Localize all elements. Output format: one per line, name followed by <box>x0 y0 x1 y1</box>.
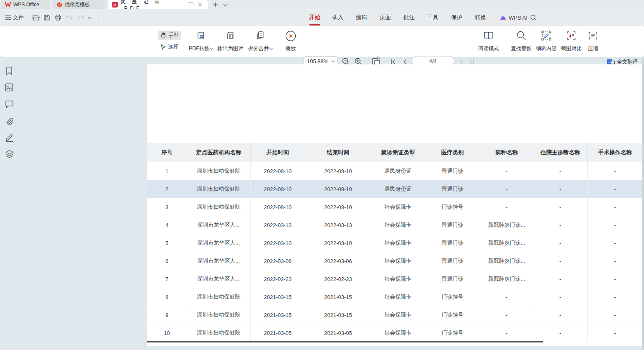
table-row[interactable]: 7深圳市龙华区人...2022-02-232022-02-23社会保障卡普通门诊… <box>147 270 642 288</box>
table-cell: 2022-08-10 <box>251 198 305 216</box>
play-icon <box>285 31 296 41</box>
comments-panel-icon[interactable] <box>5 100 14 110</box>
select-tool-button[interactable]: 选择 <box>158 42 180 51</box>
table-cell: 门诊挂号 <box>425 306 480 324</box>
play-button[interactable]: 播放 <box>282 31 299 52</box>
edit-content-icon <box>541 31 552 41</box>
menu-tab-6[interactable]: 保护 <box>451 14 462 22</box>
table-cell: - <box>588 324 642 342</box>
new-tab-icon[interactable] <box>211 1 219 8</box>
edit-content-button[interactable]: 编辑内容 <box>534 31 558 52</box>
tab-docer-templates[interactable]: 找稻壳模板 <box>53 0 105 9</box>
table-cell: 深圳市妇幼保健院 <box>187 162 251 180</box>
table-cell: 9 <box>147 306 187 324</box>
table-cell: 2022-08-10 <box>305 180 371 198</box>
page-number-value: 4/4 <box>429 58 436 64</box>
menu-search-icon[interactable] <box>530 13 537 22</box>
wps-ai-button[interactable]: WPS AI <box>499 13 527 22</box>
table-row[interactable]: 5深圳市龙华区人...2022-03-102022-03-10社会保障卡普通门诊… <box>147 234 642 252</box>
menu-tab-1[interactable]: 插入 <box>332 14 343 22</box>
cursor-icon <box>160 44 166 50</box>
table-cell: 2022-08-10 <box>305 162 371 180</box>
tab-document-pdf[interactable]: P 就 医 记 录 .PDF <box>108 0 208 9</box>
undo-icon[interactable] <box>66 13 72 22</box>
pdf-file-icon: P <box>112 2 118 8</box>
table-row[interactable]: 10深圳市妇幼保健院2021-03-052021-03-05社会保障卡门诊挂号-… <box>147 324 642 342</box>
table-cell: 2021-03-15 <box>305 288 371 306</box>
export-image-icon <box>226 31 236 41</box>
split-merge-button[interactable]: 拆分合并 <box>246 31 275 52</box>
column-header: 就诊凭证类型 <box>371 143 425 162</box>
table-row[interactable]: 4深圳市龙华区人...2022-03-132022-03-13社会保障卡普通门诊… <box>147 216 642 234</box>
tab-wps-home[interactable]: WPS Office <box>1 0 50 9</box>
screenshot-compare-button[interactable]: 截图对比 <box>559 31 583 52</box>
table-header-row: 序号定点医药机构名称开始时间结束时间就诊凭证类型医疗类别病种名称住院主诊断名称手… <box>147 143 642 162</box>
table-cell: 深圳市妇幼保健院 <box>187 288 251 306</box>
zoom-level-value: 105.88% <box>307 58 328 64</box>
window-tab-bar: WPS Office 找稻壳模板 P 就 医 记 录 .PDF <box>0 0 644 9</box>
thumbnails-panel-icon[interactable] <box>5 83 14 92</box>
table-cell: - <box>480 162 533 180</box>
menu-tab-3[interactable]: 页面 <box>380 14 391 22</box>
table-cell: 7 <box>147 270 187 288</box>
menu-tab-7[interactable]: 转换 <box>475 14 486 22</box>
export-image-label: 输出为图片 <box>218 45 244 52</box>
save-icon[interactable] <box>44 13 50 22</box>
hand-tool-button[interactable]: 手型 <box>158 31 181 40</box>
table-row[interactable]: 6深圳市龙华区人...2022-03-062022-03-06社会保障卡普通门诊… <box>147 252 642 270</box>
print-icon[interactable] <box>55 13 61 22</box>
redo-icon[interactable] <box>78 13 84 22</box>
table-row[interactable]: 1深圳市妇幼保健院2022-08-102022-08-10居民身份证普通门诊--… <box>147 162 642 180</box>
table-row[interactable]: 3深圳市妇幼保健院2022-08-102022-08-10社会保障卡门诊挂号--… <box>147 198 642 216</box>
table-cell: 普通门诊 <box>425 180 480 198</box>
bookmarks-panel-icon[interactable] <box>5 66 14 76</box>
wps-ai-label: WPS AI <box>509 15 527 21</box>
attachments-panel-icon[interactable] <box>5 117 14 126</box>
table-cell: 2022-02-23 <box>305 270 371 288</box>
table-cell: 深圳市龙华区人... <box>187 270 251 288</box>
table-cell: 2022-03-10 <box>251 234 305 252</box>
table-cell: 10 <box>147 324 187 342</box>
table-cell: - <box>533 270 588 288</box>
menu-tab-2[interactable]: 编辑 <box>356 14 367 22</box>
menu-tab-5[interactable]: 工具 <box>427 14 439 22</box>
monitor-icon[interactable] <box>187 1 194 8</box>
table-cell: - <box>533 216 588 234</box>
book-icon <box>483 31 494 41</box>
quickbar-chevron-icon[interactable] <box>89 13 91 22</box>
read-mode-button[interactable]: 阅读模式 <box>477 31 501 52</box>
vertical-scrollbar[interactable] <box>642 59 644 350</box>
table-cell: 2022-02-23 <box>251 270 305 288</box>
split-merge-label: 拆分合并 <box>248 45 269 52</box>
signature-panel-icon[interactable] <box>5 133 14 142</box>
menu-tab-4[interactable]: 批注 <box>403 14 415 22</box>
table-cell: 8 <box>147 288 187 306</box>
compress-button[interactable]: 压缩 <box>584 31 602 52</box>
file-menu-button[interactable]: 文件 <box>5 13 24 22</box>
layers-panel-icon[interactable] <box>5 150 14 159</box>
close-icon[interactable] <box>197 1 204 8</box>
column-header: 住院主诊断名称 <box>533 143 588 162</box>
column-header: 序号 <box>147 143 187 162</box>
table-cell: - <box>588 180 642 198</box>
find-replace-button[interactable]: 查找替换 <box>509 31 533 52</box>
open-file-icon[interactable] <box>33 13 40 22</box>
table-row[interactable]: 8深圳市妇幼保健院2021-03-152021-03-15社会保障卡门诊挂号--… <box>147 288 642 306</box>
table-cell: 社会保障卡 <box>371 198 425 216</box>
table-cell: 深圳市龙华区人... <box>187 252 251 270</box>
tab-list-chevron-icon[interactable] <box>221 1 229 9</box>
menu-tab-0[interactable]: 开始 <box>309 14 320 22</box>
table-row[interactable]: 2深圳市妇幼保健院2022-08-102022-08-10居民身份证普通门诊--… <box>147 180 642 198</box>
pdf-convert-button[interactable]: PDF转换 <box>186 31 216 52</box>
pdf-convert-label: PDF转换 <box>189 45 210 52</box>
play-label: 播放 <box>286 45 296 52</box>
table-cell: 门诊挂号 <box>425 198 480 216</box>
table-row[interactable]: 9深圳市妇幼保健院2021-03-152021-03-15社会保障卡门诊挂号--… <box>147 306 642 324</box>
table-cell: 2022-03-06 <box>305 252 371 270</box>
table-cell: - <box>588 234 642 252</box>
ribbon-toolbar: 手型 选择 PDF转换 输出为图片 拆分合并 播放 105.88% <box>0 26 644 57</box>
table-cell: - <box>533 198 588 216</box>
column-header: 病种名称 <box>480 143 533 162</box>
table-cell: 2021-03-15 <box>251 306 305 324</box>
export-image-button[interactable]: 输出为图片 <box>217 31 244 52</box>
